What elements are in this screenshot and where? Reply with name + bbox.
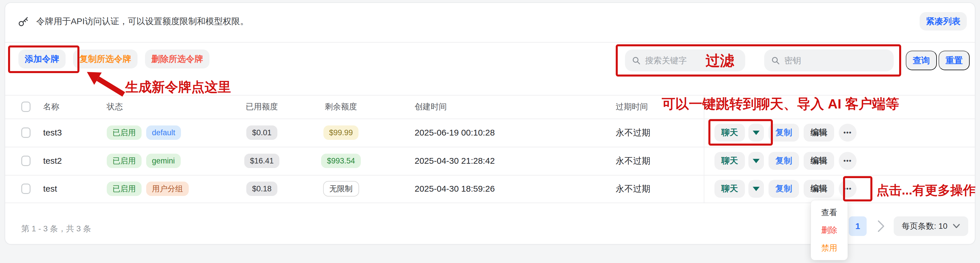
row-checkbox[interactable]: [21, 156, 30, 166]
info-row: 令牌用于API访问认证，可以设置额度限制和模型权限。: [18, 16, 248, 27]
edit-button[interactable]: 编辑: [803, 124, 834, 142]
chat-dropdown-button[interactable]: [748, 152, 764, 170]
remaining-quota-badge: 无限制: [323, 181, 359, 196]
edit-button[interactable]: 编辑: [803, 152, 834, 170]
group-badge: gemini: [146, 154, 181, 168]
created-time: 2025-04-30 21:28:42: [415, 156, 495, 166]
row-checkbox[interactable]: [21, 183, 30, 194]
key-search-input[interactable]: [784, 56, 887, 65]
search-icon: [632, 56, 641, 65]
token-name: test3: [43, 128, 62, 137]
expire-time: 永不过期: [616, 155, 650, 167]
more-actions-menu: 查看 删除 禁用: [811, 200, 848, 260]
column-header-remaining-quota: 剩余额度: [305, 101, 377, 112]
more-actions-button[interactable]: •••: [839, 124, 857, 142]
reset-button[interactable]: 重置: [939, 51, 970, 70]
status-badge: 已启用: [107, 182, 142, 196]
add-token-button[interactable]: 添加令牌: [18, 49, 65, 69]
menu-item-disable[interactable]: 禁用: [821, 242, 837, 253]
key-icon: [18, 16, 29, 27]
used-quota-badge: $0.01: [246, 126, 277, 140]
table-header-row: 名称 状态 已用额度 剩余额度 创建时间 过期时间: [0, 95, 980, 118]
expire-time: 永不过期: [616, 127, 650, 139]
column-header-used-quota: 已用额度: [227, 101, 296, 112]
page-1-button[interactable]: 1: [849, 217, 867, 236]
info-text: 令牌用于API访问认证，可以设置额度限制和模型权限。: [36, 16, 248, 27]
token-name: test2: [43, 156, 62, 166]
menu-item-view[interactable]: 查看: [821, 207, 837, 218]
copy-button[interactable]: 复制: [768, 180, 799, 198]
chat-dropdown-button[interactable]: [748, 180, 764, 198]
divider: [5, 42, 975, 43]
token-management-page: 令牌用于API访问认证，可以设置额度限制和模型权限。 紧凑列表 添加令牌 复制所…: [0, 0, 980, 263]
chevron-down-icon: [753, 159, 760, 163]
table-row: test 已启用 用户分组 $0.18 无限制 2025-04-30 18:59…: [0, 175, 980, 202]
column-header-status: 状态: [107, 101, 123, 112]
remaining-quota-badge: $99.99: [323, 126, 359, 140]
chevron-down-icon: [753, 131, 760, 135]
column-header-expire-time: 过期时间: [616, 101, 648, 112]
compact-list-button[interactable]: 紧凑列表: [920, 12, 967, 30]
next-page-button[interactable]: [875, 219, 887, 234]
page-size-select[interactable]: 每页条数: 10: [894, 217, 968, 236]
created-time: 2025-06-19 00:10:28: [415, 128, 495, 137]
status-badge: 已启用: [107, 154, 142, 168]
search-icon: [771, 56, 780, 65]
used-quota-badge: $0.18: [246, 182, 277, 196]
delete-selected-button[interactable]: 删除所选令牌: [145, 49, 210, 69]
group-badge: 用户分组: [146, 182, 189, 196]
status-badge: 已启用: [107, 126, 142, 140]
chevron-down-icon: [953, 223, 960, 229]
chevron-down-icon: [753, 187, 760, 191]
toolbar: 添加令牌 复制所选令牌 删除所选令牌: [18, 49, 210, 69]
more-actions-button[interactable]: •••: [839, 152, 857, 170]
copy-button[interactable]: 复制: [768, 152, 799, 170]
edit-button[interactable]: 编辑: [803, 180, 834, 198]
table-row: test2 已启用 gemini $16.41 $993.54 2025-04-…: [0, 147, 980, 175]
expire-time: 永不过期: [616, 183, 650, 195]
key-search-box: [764, 49, 894, 71]
chat-button[interactable]: 聊天: [714, 124, 745, 142]
chat-dropdown-button[interactable]: [748, 124, 764, 142]
menu-item-delete[interactable]: 删除: [821, 225, 837, 236]
keyword-search-input[interactable]: [644, 56, 738, 65]
copy-button[interactable]: 复制: [768, 124, 799, 142]
token-name: test: [43, 184, 57, 194]
column-header-created-time: 创建时间: [415, 101, 447, 112]
select-all-checkbox[interactable]: [21, 102, 30, 112]
created-time: 2025-04-30 18:59:26: [415, 184, 495, 194]
table-row: test3 已启用 default $0.01 $99.99 2025-06-1…: [0, 118, 980, 147]
used-quota-badge: $16.41: [244, 154, 280, 168]
pagination-summary: 第 1 - 3 条，共 3 条: [21, 223, 91, 234]
remaining-quota-badge: $993.54: [321, 154, 361, 168]
more-actions-button[interactable]: •••: [839, 180, 857, 198]
chat-button[interactable]: 聊天: [714, 180, 745, 198]
group-badge: default: [146, 126, 181, 140]
copy-selected-button[interactable]: 复制所选令牌: [73, 49, 138, 69]
chevron-right-icon: [877, 220, 885, 233]
row-checkbox[interactable]: [21, 128, 30, 138]
chat-button[interactable]: 聊天: [714, 152, 745, 170]
query-button[interactable]: 查询: [906, 51, 937, 70]
column-header-name: 名称: [43, 101, 59, 112]
page-size-label: 每页条数: 10: [902, 221, 948, 232]
keyword-search-box: [625, 49, 745, 71]
